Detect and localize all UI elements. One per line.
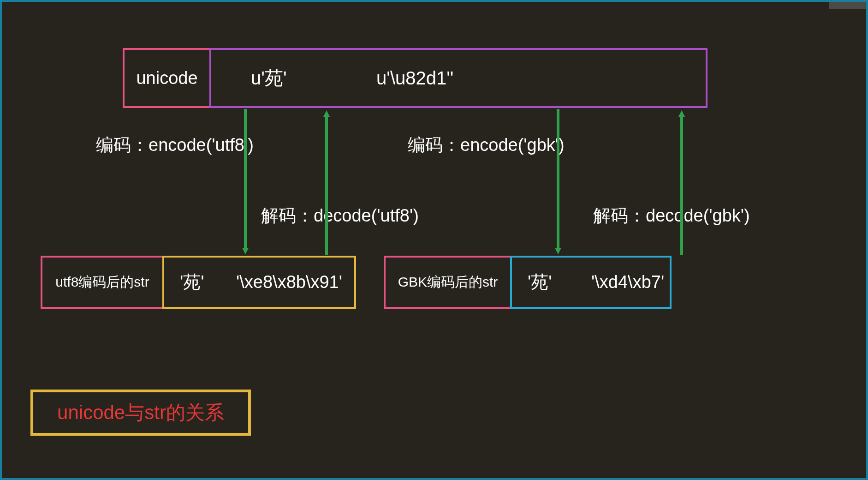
- decode-utf8-label: 解码：decode('utf8'): [261, 204, 419, 228]
- gbk-label-box: GBK编码后的str: [384, 256, 512, 309]
- diagram-stage: unicode u'苑' u'\u82d1'' 编码：encode('utf8'…: [0, 0, 868, 480]
- unicode-value-box: u'苑' u'\u82d1'': [209, 48, 707, 108]
- gbk-value1: '苑': [528, 270, 552, 294]
- unicode-label: unicode: [136, 68, 197, 88]
- corner-strip: [829, 2, 866, 9]
- utf8-label: utf8编码后的str: [55, 273, 149, 292]
- unicode-value1: u'苑': [251, 66, 287, 91]
- title-text: unicode与str的关系: [57, 400, 224, 426]
- title-box: unicode与str的关系: [30, 390, 251, 436]
- utf8-value-box: '苑' '\xe8\x8b\x91': [162, 256, 356, 309]
- unicode-label-box: unicode: [123, 48, 211, 108]
- unicode-value2: u'\u82d1'': [376, 68, 454, 89]
- gbk-value2: '\xd4\xb7': [591, 272, 664, 292]
- decode-gbk-label: 解码：decode('gbk'): [593, 204, 750, 228]
- gbk-label: GBK编码后的str: [398, 273, 498, 292]
- encode-gbk-label: 编码：encode('gbk'): [408, 133, 565, 157]
- utf8-value2: '\xe8\x8b\x91': [236, 272, 342, 292]
- utf8-value1: '苑': [180, 270, 204, 294]
- gbk-value-box: '苑' '\xd4\xb7': [510, 256, 672, 309]
- encode-utf8-label: 编码：encode('utf8'): [96, 133, 254, 157]
- utf8-label-box: utf8编码后的str: [41, 256, 164, 309]
